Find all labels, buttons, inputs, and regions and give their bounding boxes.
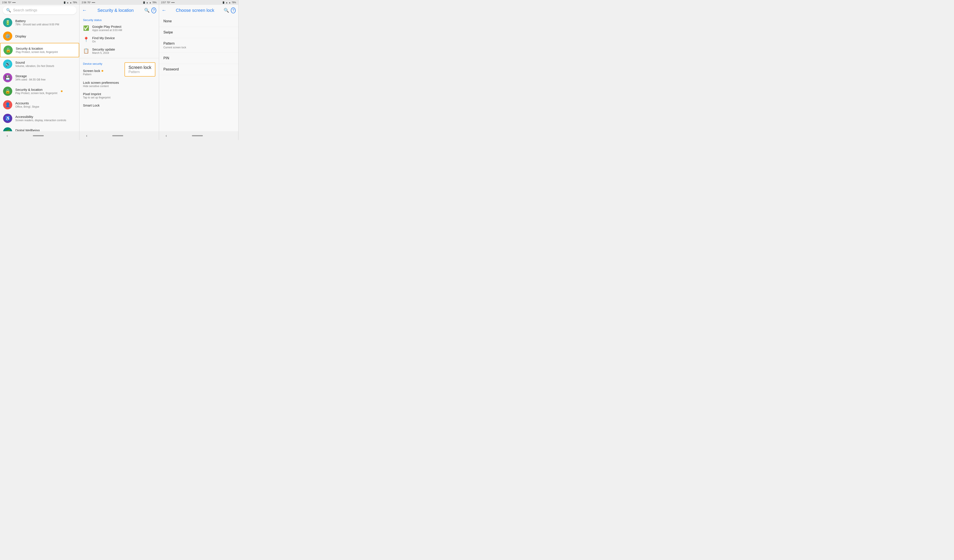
nav-back-1[interactable]: ‹ xyxy=(6,134,8,138)
settings-item-sound[interactable]: 🔊 Sound Volume, vibration, Do Not Distur… xyxy=(0,57,79,71)
security2-title: Security & location xyxy=(15,88,57,92)
nav-back-3[interactable]: ‹ xyxy=(166,134,167,138)
accounts-text: Accounts Office, Bring!, Skype xyxy=(15,101,39,108)
security-subtitle-highlighted: Play Protect, screen lock, fingerprint xyxy=(16,51,58,54)
play-protect-icon: ✅ xyxy=(83,25,89,31)
accessibility-subtitle: Screen readers, display, interaction con… xyxy=(15,119,66,122)
accounts-subtitle: Office, Bring!, Skype xyxy=(15,105,39,108)
settings-list: 🔋 Battery 78% · Should last until about … xyxy=(0,16,79,131)
security2-text: Security & location Play Protect, screen… xyxy=(15,88,57,95)
nav-bar-2: ‹ xyxy=(80,131,159,140)
nav-back-2[interactable]: ‹ xyxy=(86,134,87,138)
nav-bar-3: ‹ xyxy=(159,131,238,140)
status-vibrate-icon: 📳 xyxy=(63,1,66,4)
settings-item-battery[interactable]: 🔋 Battery 78% · Should last until about … xyxy=(0,16,79,29)
smart-lock-item[interactable]: Smart Lock xyxy=(80,101,159,109)
top-bar-2: ← Security & location 🔍 ? xyxy=(80,5,159,16)
lock-option-none[interactable]: None xyxy=(159,16,238,27)
nav-pill-1 xyxy=(33,135,44,136)
panel-security-location: 2:56 70° •••• 📳 ▲ ▲ 78% ← Security & loc… xyxy=(80,0,159,140)
panel-settings: 2:56 70° •••• 📳 ▲ ▲ 78% 🔍 Search setting… xyxy=(0,0,80,140)
search-icon-3[interactable]: 🔍 xyxy=(223,7,230,14)
status-wifi-3: ▲ xyxy=(226,1,228,4)
google-play-protect-item[interactable]: ✅ Google Play Protect Apps scanned at 3:… xyxy=(80,23,159,34)
settings-item-digitalwellbeing[interactable]: 🌿 Digital Wellbeing Screen time, app tim… xyxy=(0,125,79,131)
help-icon-2[interactable]: ? xyxy=(151,8,156,13)
accounts-title: Accounts xyxy=(15,101,39,105)
status-wifi-2: ▲ xyxy=(146,1,148,4)
lock-option-password[interactable]: Password xyxy=(159,64,238,75)
top-bar-3: ← Choose screen lock 🔍 ? xyxy=(159,5,238,16)
panel-choose-screen-lock: 2:57 70° •••• 📳 ▲ ▲ 78% ← Choose screen … xyxy=(159,0,238,140)
settings-item-accessibility[interactable]: ♿ Accessibility Screen readers, display,… xyxy=(0,112,79,125)
lock-screen-prefs-item[interactable]: Lock screen preferences Hide sensitive c… xyxy=(80,79,159,90)
battery-icon: 🔋 xyxy=(3,18,12,27)
security2-subtitle: Play Protect, screen lock, fingerprint xyxy=(15,92,57,95)
screen-lock-yellow-dot xyxy=(101,70,103,72)
settings-item-security2[interactable]: 🔒 Security & location Play Protect, scre… xyxy=(0,84,79,98)
digitalwellbeing-icon: 🌿 xyxy=(3,127,12,131)
settings-item-storage[interactable]: 💾 Storage 34% used · 84.55 GB free xyxy=(0,71,79,84)
status-signal-1: •••• xyxy=(12,1,16,4)
status-signal-icon-2: ▲ xyxy=(149,1,151,4)
status-vibrate-2: 📳 xyxy=(143,1,145,4)
status-bar-2: 2:56 70° •••• 📳 ▲ ▲ 78% xyxy=(80,0,159,5)
sound-icon: 🔊 xyxy=(3,59,12,69)
display-text: Display xyxy=(15,34,26,38)
battery-text: Battery 78% · Should last until about 9:… xyxy=(15,19,59,26)
status-bar-1: 2:56 70° •••• 📳 ▲ ▲ 78% xyxy=(0,0,79,5)
pixel-imprint-text: Pixel Imprint Tap to set up fingerprint xyxy=(83,92,155,99)
lock-screen-prefs-title: Lock screen preferences xyxy=(83,81,155,84)
status-signal-icon-3: ▲ xyxy=(229,1,231,4)
status-time-3: 2:57 xyxy=(161,1,166,4)
lock-pattern-subtitle: Current screen lock xyxy=(164,46,234,49)
status-battery-2: 78% xyxy=(152,1,157,4)
back-button-2[interactable]: ← xyxy=(82,8,87,13)
pixel-imprint-item[interactable]: Pixel Imprint Tap to set up fingerprint xyxy=(80,90,159,101)
status-temp-3: 70° xyxy=(167,1,170,4)
settings-item-security-highlighted[interactable]: 🔒 Security & location Play Protect, scre… xyxy=(0,43,79,57)
help-icon-3[interactable]: ? xyxy=(231,8,235,13)
status-temp-2: 70° xyxy=(87,1,91,4)
settings-item-accounts[interactable]: 👤 Accounts Office, Bring!, Skype xyxy=(0,98,79,112)
back-button-3[interactable]: ← xyxy=(162,8,167,13)
settings-item-display[interactable]: ⚙️ Display xyxy=(0,29,79,43)
security-icon-highlighted: 🔒 xyxy=(3,45,13,55)
search-input[interactable]: Search settings xyxy=(13,8,73,12)
status-signal-icon: ▲ xyxy=(70,1,72,4)
security-update-text: Security update March 5, 2019 xyxy=(92,47,155,54)
find-device-title: Find My Device xyxy=(92,36,155,40)
smart-lock-title: Smart Lock xyxy=(83,103,155,107)
status-time-1: 2:56 xyxy=(2,1,7,4)
storage-icon: 💾 xyxy=(3,73,12,82)
pixel-imprint-title: Pixel Imprint xyxy=(83,92,155,96)
storage-subtitle: 34% used · 84.55 GB free xyxy=(15,78,45,81)
security-status-header: Security status xyxy=(80,16,159,23)
nav-pill-3 xyxy=(192,135,203,136)
accounts-icon: 👤 xyxy=(3,100,12,109)
play-protect-title: Google Play Protect xyxy=(92,25,155,28)
search-bar[interactable]: 🔍 Search settings xyxy=(3,6,76,14)
lock-option-pin[interactable]: PIN xyxy=(159,53,238,64)
find-my-device-item[interactable]: 📍 Find My Device On xyxy=(80,34,159,45)
lock-none-title: None xyxy=(164,19,234,23)
security-update-item[interactable]: 📋 Security update March 5, 2019 xyxy=(80,45,159,57)
accessibility-icon: ♿ xyxy=(3,114,12,123)
display-icon: ⚙️ xyxy=(3,31,12,41)
section-divider xyxy=(80,58,159,58)
find-device-icon: 📍 xyxy=(83,37,89,42)
lock-option-pattern[interactable]: Pattern Current screen lock xyxy=(159,38,238,53)
nav-bar-1: ‹ xyxy=(0,131,79,140)
sound-subtitle: Volume, vibration, Do Not Disturb xyxy=(15,65,54,68)
search-icon-2[interactable]: 🔍 xyxy=(143,7,151,14)
find-device-subtitle: On xyxy=(92,40,155,43)
lock-swipe-title: Swipe xyxy=(164,30,234,34)
security2-icon: 🔒 xyxy=(3,87,12,96)
storage-text: Storage 34% used · 84.55 GB free xyxy=(15,74,45,81)
play-protect-subtitle: Apps scanned at 3:03 AM xyxy=(92,29,155,32)
smart-lock-text: Smart Lock xyxy=(83,103,155,107)
status-time-2: 2:56 xyxy=(82,1,86,4)
battery-title: Battery xyxy=(15,19,59,23)
lock-option-swipe[interactable]: Swipe xyxy=(159,27,238,38)
status-signal-2: •••• xyxy=(92,1,95,4)
